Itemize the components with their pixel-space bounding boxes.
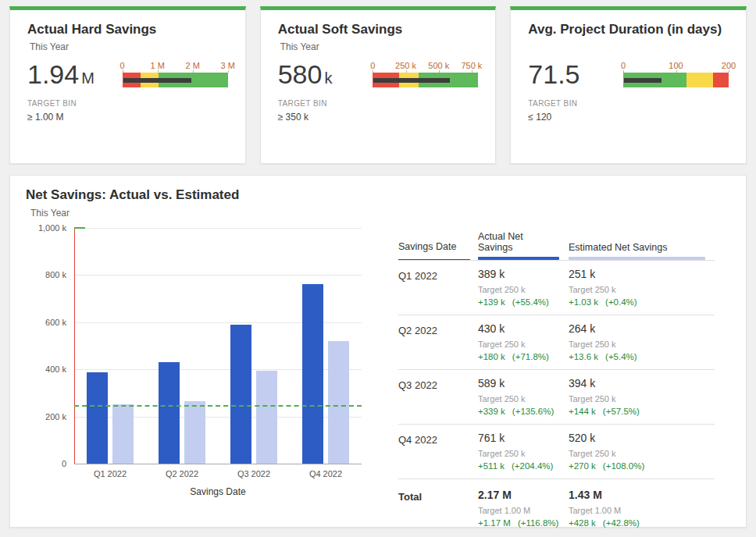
delta-percent: (+55.4%) [512,297,549,307]
bar-estimated-net-savings-q2-2022[interactable] [184,401,205,464]
estimated-legend-bar [569,257,705,260]
bullet-tick-label: 500 k [428,61,449,70]
bar-estimated-net-savings-q1-2022[interactable] [112,404,134,464]
kpi-row: Actual Hard Savings This Year 1.94M 01 M… [9,6,747,164]
target-reference-line [74,405,362,407]
kpi-card-hard-savings: Actual Hard Savings This Year 1.94M 01 M… [9,6,246,164]
card-subtitle: This Year [30,208,730,219]
row-label: Q2 2022 [398,322,478,361]
kpi-number: 580 [278,59,323,89]
delta-percent: (+42.8%) [603,518,640,528]
bar-group-q4-2022 [290,228,362,464]
cell-target: Target 250 k [569,285,715,294]
table-row-q1-2022[interactable]: Q1 2022389 kTarget 250 k+139 k(+55.4%)25… [398,261,715,315]
kpi-card-project-duration: Avg. Project Duration (in days) 71.5 010… [510,6,747,164]
delta-percent: (+135.6%) [512,407,554,416]
cell-value: 430 k [478,322,569,335]
bullet-band [686,73,713,87]
net-savings-card: Net Savings: Actual vs. Estimated This Y… [9,175,747,528]
table-row-total[interactable]: Total2.17 MTarget 1.00 M+1.17 M(+116.8%)… [398,479,715,528]
actual-value-cell: 389 kTarget 250 k+139 k(+55.4%) [478,268,569,307]
kpi-value: 71.5 [528,61,582,87]
y-axis-label: 1,000 k [26,223,66,233]
kpi-number: 1.94 [27,59,79,89]
estimated-value-cell: 394 kTarget 250 k+144 k(+57.5%) [569,377,715,416]
dashboard: Actual Hard Savings This Year 1.94M 01 M… [0,0,756,537]
cell-value: 589 k [478,377,569,389]
delta-value: +1.03 k [569,297,598,307]
cell-delta: +511 k(+204.4%) [478,461,569,471]
table-row-q4-2022[interactable]: Q4 2022761 kTarget 250 k+511 k(+204.4%)5… [398,425,715,479]
delta-percent: (+116.8%) [518,518,559,528]
card-subtitle: This Year [280,41,479,53]
col-header-estimated-label: Estimated Net Savings [569,242,667,253]
table-row-q2-2022[interactable]: Q2 2022430 kTarget 250 k+180 k(+71.8%)26… [398,315,715,370]
cell-value: 761 k [478,432,569,444]
table-header: Savings Date Actual Net Savings Estimate… [398,231,715,261]
x-axis-label-q4-2022: Q4 2022 [290,469,362,478]
target-bin-value: ≥ 350 k [278,112,479,123]
kpi-main: 1.94M 01 M2 M3 M [27,61,228,87]
actual-legend-bar [478,257,559,260]
bar-actual-net-savings-q2-2022[interactable] [159,362,180,464]
bullet-axis: 0250 k500 k750 k [373,61,478,73]
target-bin-label: TARGET BIN [528,99,729,108]
bullet-chart: 01 M2 M3 M [123,61,228,87]
card-subtitle [530,41,729,53]
cell-value: 2.17 M [478,489,569,501]
row-label: Q4 2022 [398,432,478,471]
net-savings-table: Savings Date Actual Net Savings Estimate… [398,231,715,528]
estimated-value-cell: 264 kTarget 250 k+13.6 k(+5.4%) [569,322,715,361]
y-axis-label: 200 k [26,412,66,421]
kpi-value: 580k [278,61,333,87]
bar-actual-net-savings-q3-2022[interactable] [230,325,251,464]
estimated-value-cell: 1.43 MTarget 1.00 M+428 k(+42.8%) [569,489,715,528]
bullet-tick-label: 100 [669,61,683,70]
target-bin-label: TARGET BIN [27,99,228,108]
bullet-bar [373,73,478,87]
card-title: Actual Soft Savings [278,22,479,37]
cell-delta: +270 k(+108.0%) [569,461,715,471]
bullet-value-bar [373,78,450,83]
cell-delta: +1.03 k(+0.4%) [569,297,715,307]
estimated-value-cell: 251 kTarget 250 k+1.03 k(+0.4%) [569,268,715,307]
bullet-tick-label: 0 [621,61,626,70]
cell-delta: +144 k(+57.5%) [569,407,715,416]
cell-delta: +428 k(+42.8%) [569,518,715,528]
page-title: Net Savings: Actual vs. Estimated [26,187,730,203]
bullet-axis: 01 M2 M3 M [123,61,228,73]
bullet-tick-label: 0 [370,61,375,70]
y-axis-label: 0 [26,459,66,468]
kpi-number: 71.5 [528,59,579,89]
bullet-tick-label: 1 M [150,61,164,70]
bar-actual-net-savings-q1-2022[interactable] [87,372,108,464]
actual-value-cell: 2.17 MTarget 1.00 M+1.17 M(+116.8%) [478,489,569,528]
delta-value: +511 k [478,461,505,471]
table-row-q3-2022[interactable]: Q3 2022589 kTarget 250 k+339 k(+135.6%)3… [398,370,715,425]
bar-estimated-net-savings-q4-2022[interactable] [328,341,349,464]
bar-actual-net-savings-q4-2022[interactable] [302,284,323,464]
cell-target: Target 250 k [478,340,569,349]
cell-delta: +13.6 k(+5.4%) [569,352,715,361]
x-axis-title: Savings Date [74,486,362,497]
delta-percent: (+71.8%) [512,352,549,361]
cell-value: 394 k [569,377,715,389]
bar-groups [74,228,362,464]
bar-estimated-net-savings-q3-2022[interactable] [256,371,277,464]
row-label: Q1 2022 [398,268,478,307]
kpi-main: 580k 0250 k500 k750 k [278,61,479,87]
y-axis-line [74,228,75,464]
bullet-band [713,73,729,87]
net-savings-content: Q1 2022Q2 2022Q3 2022Q4 2022 Savings Dat… [26,220,730,528]
col-header-estimated: Estimated Net Savings [569,242,715,260]
col-header-actual-label: Actual Net Savings [478,231,523,253]
net-savings-bar-chart: Q1 2022Q2 2022Q3 2022Q4 2022 Savings Dat… [26,220,381,500]
delta-percent: (+108.0%) [603,461,644,471]
cell-delta: +180 k(+71.8%) [478,352,569,361]
x-axis-label-q1-2022: Q1 2022 [74,469,146,478]
cell-value: 389 k [478,268,569,280]
y-axis-label: 400 k [26,365,66,374]
delta-value: +180 k [478,352,505,361]
estimated-value-cell: 520 kTarget 250 k+270 k(+108.0%) [569,432,715,471]
bar-group-q2-2022 [146,228,218,464]
